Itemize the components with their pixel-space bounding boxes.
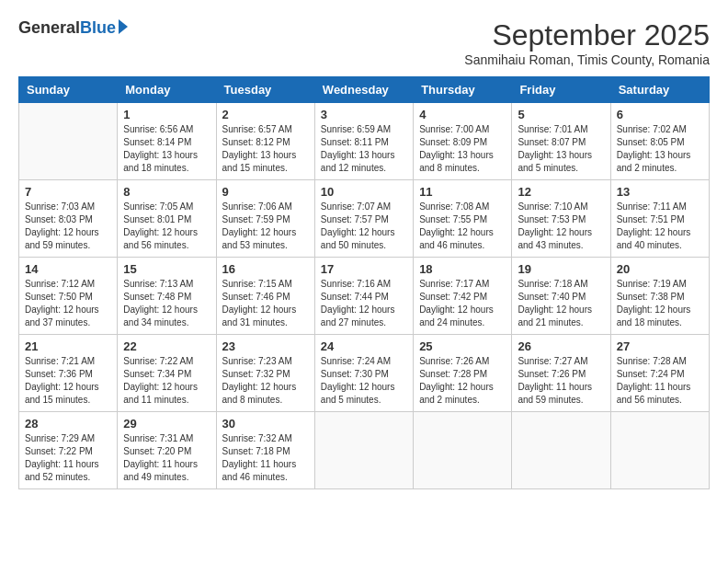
day-info: Sunrise: 7:12 AMSunset: 7:50 PMDaylight:…: [25, 278, 111, 329]
day-info: Sunrise: 7:11 AMSunset: 7:51 PMDaylight:…: [617, 201, 703, 252]
calendar-cell: 5Sunrise: 7:01 AMSunset: 8:07 PMDaylight…: [512, 103, 610, 180]
day-number: 5: [518, 108, 604, 121]
day-number: 7: [25, 185, 111, 199]
day-number: 14: [25, 262, 111, 276]
calendar-week-row: 14Sunrise: 7:12 AMSunset: 7:50 PMDayligh…: [19, 258, 710, 335]
day-info: Sunrise: 6:59 AMSunset: 8:11 PMDaylight:…: [321, 123, 407, 175]
calendar-header-friday: Friday: [512, 77, 610, 103]
calendar-cell: 25Sunrise: 7:26 AMSunset: 7:28 PMDayligh…: [414, 335, 512, 412]
calendar-cell: 11Sunrise: 7:08 AMSunset: 7:55 PMDayligh…: [414, 180, 512, 258]
calendar-cell: 2Sunrise: 6:57 AMSunset: 8:12 PMDaylight…: [216, 103, 314, 180]
month-title: September 2025: [464, 18, 710, 52]
calendar-cell: [414, 412, 512, 489]
calendar-cell: 20Sunrise: 7:19 AMSunset: 7:38 PMDayligh…: [610, 258, 709, 335]
logo-blue-text: Blue: [80, 18, 116, 38]
day-number: 9: [222, 185, 309, 199]
calendar-cell: 28Sunrise: 7:29 AMSunset: 7:22 PMDayligh…: [19, 412, 118, 489]
logo: General Blue: [18, 18, 128, 38]
day-info: Sunrise: 7:02 AMSunset: 8:05 PMDaylight:…: [617, 123, 703, 175]
day-info: Sunrise: 7:08 AMSunset: 7:55 PMDaylight:…: [419, 201, 506, 252]
day-number: 20: [617, 262, 703, 276]
calendar-cell: 26Sunrise: 7:27 AMSunset: 7:26 PMDayligh…: [512, 335, 610, 412]
calendar-cell: 23Sunrise: 7:23 AMSunset: 7:32 PMDayligh…: [216, 335, 314, 412]
location-subtitle: Sanmihaiu Roman, Timis County, Romania: [464, 52, 710, 67]
day-number: 19: [518, 262, 604, 276]
day-number: 2: [222, 108, 309, 121]
calendar-cell: 6Sunrise: 7:02 AMSunset: 8:05 PMDaylight…: [610, 103, 709, 180]
day-info: Sunrise: 7:32 AMSunset: 7:18 PMDaylight:…: [222, 432, 309, 484]
day-number: 8: [123, 185, 210, 199]
day-number: 16: [222, 262, 309, 276]
calendar-cell: 29Sunrise: 7:31 AMSunset: 7:20 PMDayligh…: [118, 412, 216, 489]
calendar-header-row: SundayMondayTuesdayWednesdayThursdayFrid…: [19, 77, 710, 103]
calendar-cell: 22Sunrise: 7:22 AMSunset: 7:34 PMDayligh…: [118, 335, 216, 412]
day-number: 10: [321, 185, 407, 199]
day-number: 3: [321, 108, 407, 121]
day-number: 6: [617, 108, 703, 121]
calendar-cell: 12Sunrise: 7:10 AMSunset: 7:53 PMDayligh…: [512, 180, 610, 258]
day-number: 12: [518, 185, 604, 199]
calendar-cell: 10Sunrise: 7:07 AMSunset: 7:57 PMDayligh…: [314, 180, 413, 258]
calendar-cell: 30Sunrise: 7:32 AMSunset: 7:18 PMDayligh…: [216, 412, 314, 489]
day-number: 21: [25, 339, 111, 353]
day-number: 30: [222, 417, 309, 431]
day-info: Sunrise: 7:27 AMSunset: 7:26 PMDaylight:…: [518, 355, 604, 407]
day-info: Sunrise: 6:57 AMSunset: 8:12 PMDaylight:…: [222, 123, 309, 175]
day-number: 29: [123, 417, 210, 431]
day-info: Sunrise: 6:56 AMSunset: 8:14 PMDaylight:…: [123, 123, 210, 175]
day-number: 11: [419, 185, 506, 199]
calendar-week-row: 28Sunrise: 7:29 AMSunset: 7:22 PMDayligh…: [19, 412, 710, 489]
day-number: 27: [617, 339, 703, 353]
day-info: Sunrise: 7:07 AMSunset: 7:57 PMDaylight:…: [321, 201, 407, 252]
calendar-cell: 7Sunrise: 7:03 AMSunset: 8:03 PMDaylight…: [19, 180, 118, 258]
calendar-cell: [512, 412, 610, 489]
logo-arrow-icon: [119, 19, 128, 34]
day-number: 26: [518, 339, 604, 353]
calendar-header-saturday: Saturday: [610, 77, 709, 103]
day-number: 4: [419, 108, 506, 121]
calendar-cell: 9Sunrise: 7:06 AMSunset: 7:59 PMDaylight…: [216, 180, 314, 258]
day-number: 23: [222, 339, 309, 353]
day-info: Sunrise: 7:23 AMSunset: 7:32 PMDaylight:…: [222, 355, 309, 407]
day-info: Sunrise: 7:15 AMSunset: 7:46 PMDaylight:…: [222, 278, 309, 329]
calendar-week-row: 7Sunrise: 7:03 AMSunset: 8:03 PMDaylight…: [19, 180, 710, 258]
page-header: General Blue September 2025 Sanmihaiu Ro…: [18, 18, 710, 67]
calendar-cell: 16Sunrise: 7:15 AMSunset: 7:46 PMDayligh…: [216, 258, 314, 335]
calendar-cell: 17Sunrise: 7:16 AMSunset: 7:44 PMDayligh…: [314, 258, 413, 335]
day-info: Sunrise: 7:16 AMSunset: 7:44 PMDaylight:…: [321, 278, 407, 329]
day-info: Sunrise: 7:18 AMSunset: 7:40 PMDaylight:…: [518, 278, 604, 329]
calendar-cell: 4Sunrise: 7:00 AMSunset: 8:09 PMDaylight…: [414, 103, 512, 180]
calendar-table: SundayMondayTuesdayWednesdayThursdayFrid…: [18, 76, 710, 489]
day-info: Sunrise: 7:19 AMSunset: 7:38 PMDaylight:…: [617, 278, 703, 329]
logo-general-text: General: [18, 18, 80, 38]
calendar-cell: [314, 412, 413, 489]
calendar-cell: [19, 103, 118, 180]
day-number: 1: [123, 108, 210, 121]
day-info: Sunrise: 7:31 AMSunset: 7:20 PMDaylight:…: [123, 432, 210, 484]
day-number: 28: [25, 417, 111, 431]
calendar-cell: [610, 412, 709, 489]
day-info: Sunrise: 7:29 AMSunset: 7:22 PMDaylight:…: [25, 432, 111, 484]
day-number: 13: [617, 185, 703, 199]
calendar-header-sunday: Sunday: [19, 77, 118, 103]
calendar-week-row: 21Sunrise: 7:21 AMSunset: 7:36 PMDayligh…: [19, 335, 710, 412]
calendar-cell: 21Sunrise: 7:21 AMSunset: 7:36 PMDayligh…: [19, 335, 118, 412]
day-info: Sunrise: 7:17 AMSunset: 7:42 PMDaylight:…: [419, 278, 506, 329]
day-number: 24: [321, 339, 407, 353]
calendar-header-wednesday: Wednesday: [314, 77, 413, 103]
day-number: 17: [321, 262, 407, 276]
day-number: 18: [419, 262, 506, 276]
calendar-cell: 27Sunrise: 7:28 AMSunset: 7:24 PMDayligh…: [610, 335, 709, 412]
calendar-cell: 18Sunrise: 7:17 AMSunset: 7:42 PMDayligh…: [414, 258, 512, 335]
day-info: Sunrise: 7:10 AMSunset: 7:53 PMDaylight:…: [518, 201, 604, 252]
calendar-cell: 3Sunrise: 6:59 AMSunset: 8:11 PMDaylight…: [314, 103, 413, 180]
day-number: 15: [123, 262, 210, 276]
title-section: September 2025 Sanmihaiu Roman, Timis Co…: [464, 18, 710, 67]
calendar-week-row: 1Sunrise: 6:56 AMSunset: 8:14 PMDaylight…: [19, 103, 710, 180]
day-info: Sunrise: 7:06 AMSunset: 7:59 PMDaylight:…: [222, 201, 309, 252]
day-info: Sunrise: 7:24 AMSunset: 7:30 PMDaylight:…: [321, 355, 407, 407]
day-info: Sunrise: 7:21 AMSunset: 7:36 PMDaylight:…: [25, 355, 111, 407]
calendar-cell: 15Sunrise: 7:13 AMSunset: 7:48 PMDayligh…: [118, 258, 216, 335]
calendar-cell: 19Sunrise: 7:18 AMSunset: 7:40 PMDayligh…: [512, 258, 610, 335]
day-info: Sunrise: 7:00 AMSunset: 8:09 PMDaylight:…: [419, 123, 506, 175]
